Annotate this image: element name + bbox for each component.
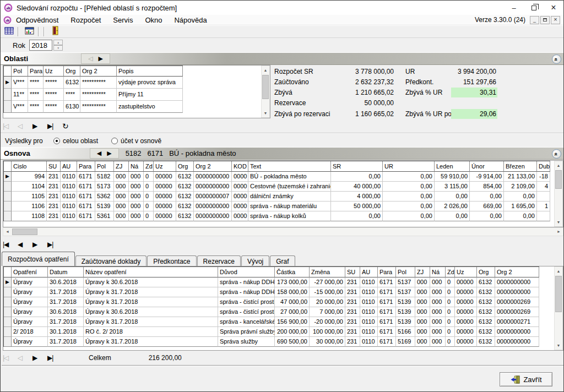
nav-next-button[interactable]: ▶	[32, 241, 47, 248]
cell: 6132	[477, 297, 495, 307]
cell: 2 109,00	[504, 182, 537, 192]
oblasti-table: PolParaUzOrgOrg 2Popis ▶V************613…	[3, 66, 183, 113]
oblasti-prev-button[interactable]: ◁	[88, 54, 93, 63]
menu-napoveda[interactable]: Nápověda	[174, 16, 207, 24]
cell: 200 000,00	[275, 327, 310, 337]
cell: 27 000,00	[275, 307, 310, 317]
scroll-thumb[interactable]	[555, 170, 562, 189]
window-close-button[interactable]: ×	[544, 1, 563, 15]
scroll-left-button[interactable]: ◄	[3, 228, 12, 236]
row-selector: ▶	[4, 172, 12, 182]
table-row[interactable]: ▶Úpravy30.6.2018Úpravy k 30.6.2018správa…	[4, 277, 539, 287]
table-row[interactable]: ▶V************6132**********výdaje provo…	[4, 77, 183, 89]
spinner-up-button[interactable]: ▲	[53, 40, 63, 45]
nav-first-button[interactable]: |◁	[3, 122, 18, 130]
cell: Úpravy k 30.6.2018	[84, 277, 218, 287]
osnova-vscrollbar[interactable]: ▲ ▼	[554, 161, 563, 227]
menu-servis[interactable]: Servis	[113, 16, 133, 24]
scroll-down-button[interactable]: ▼	[262, 109, 269, 117]
cell: 47 000,00	[275, 297, 310, 307]
scroll-down-button[interactable]: ▼	[555, 341, 562, 350]
cell: 5139	[396, 307, 415, 317]
cell: 2/ 2018	[12, 327, 48, 337]
nav-next-button[interactable]: ▶	[32, 122, 47, 130]
nav-first-button[interactable]: |◁	[3, 354, 18, 362]
window-restore-button[interactable]	[524, 1, 544, 15]
radio-option-account[interactable]: účet v osnově	[111, 137, 161, 145]
table-row[interactable]: Úpravy31.7.2018Úpravy k 31.7.2018správa …	[4, 297, 539, 307]
mdi-close-button[interactable]: ×	[551, 16, 560, 24]
nav-prev-button[interactable]: ◁	[18, 122, 32, 130]
cell: 5173	[95, 182, 114, 192]
scroll-thumb[interactable]	[555, 276, 562, 312]
tab-rozpoctova-opatreni[interactable]: Rozpočtová opatření	[2, 252, 75, 266]
close-button[interactable]: Zavřít	[500, 372, 552, 386]
table-row[interactable]: 1108231011061715361000000000000613200000…	[4, 211, 550, 221]
nav-last-button[interactable]: ▶|	[47, 241, 62, 248]
table-row[interactable]: 1105231011061715362000000000000613200000…	[4, 192, 550, 202]
table-row[interactable]: ▶994231011061715182000000000000613200000…	[4, 172, 550, 182]
nav-last-button[interactable]: ▶|	[47, 122, 62, 130]
cell: 000	[415, 297, 430, 307]
toolbar	[1, 25, 563, 38]
cell: 11**	[12, 89, 28, 101]
menu-rozpocet[interactable]: Rozpočet	[70, 16, 101, 24]
oblasti-vscrollbar[interactable]: ▲ ▼	[261, 66, 270, 118]
table-row[interactable]: 1106231011061715139000000000000613200000…	[4, 202, 550, 211]
nav-first-button[interactable]: |◀	[3, 241, 18, 248]
scroll-thumb[interactable]	[12, 228, 37, 235]
summary-value-highlighted: 30,31	[451, 88, 497, 97]
spinner-down-button[interactable]: ▼	[53, 45, 63, 51]
nav-prev-button[interactable]: ◀	[18, 241, 32, 248]
oblasti-next-button[interactable]: ▶	[99, 54, 103, 63]
exit-toolbar-button[interactable]	[48, 26, 62, 37]
menu-okno[interactable]: Okno	[145, 16, 162, 24]
scroll-up-button[interactable]: ▲	[262, 66, 269, 74]
nav-next-button[interactable]: ▶	[32, 354, 47, 362]
menu-odpovednost[interactable]: Odpovědnost	[16, 16, 58, 24]
refresh-button[interactable]: ↻	[62, 122, 77, 130]
year-input[interactable]	[29, 40, 52, 51]
osnova-prev-button[interactable]: ◀	[97, 149, 101, 158]
nav-prev-button[interactable]: ◁	[18, 354, 32, 362]
table-row[interactable]: V************6130**********zastupitelstv…	[4, 101, 183, 113]
row-selector: ▶	[4, 77, 12, 89]
chart-window-toolbar-button[interactable]	[23, 26, 36, 37]
table-row[interactable]: Úpravy31.7.2018Úpravy k 31.7.2018správa …	[4, 317, 539, 327]
column-header: Text	[248, 161, 331, 172]
oblasti-collapse-button[interactable]: «	[552, 55, 561, 64]
scroll-thumb[interactable]	[262, 75, 269, 99]
mdi-minimize-button[interactable]: _	[530, 16, 539, 24]
cell: Správa právní služby	[218, 327, 275, 337]
scroll-right-button[interactable]: ►	[555, 228, 563, 236]
cell: Úpravy	[12, 287, 48, 297]
table-row[interactable]: Úpravy30.6.2018Úpravy k 30.6.2018správa …	[4, 307, 539, 317]
radio-option-whole-area[interactable]: celou oblast	[53, 137, 98, 145]
table-row[interactable]: 11*************************Příjmy 11	[4, 89, 183, 101]
table-row[interactable]: Úpravy31.7.2018Úpravy k 31.7.2018Správa …	[4, 337, 539, 347]
nav-last-button[interactable]: ▶|	[47, 354, 62, 362]
table-row[interactable]: 1104231011061715173000000000000613200000…	[4, 182, 550, 192]
row-selector	[4, 337, 12, 347]
scroll-down-button[interactable]: ▼	[555, 218, 562, 226]
cell: V***	[12, 77, 28, 89]
osnova-navigator: |◀ ◀ ▶ ▶|	[3, 238, 62, 251]
cell	[537, 211, 550, 221]
mdi-restore-button[interactable]	[540, 16, 550, 24]
opatreni-vscrollbar[interactable]: ▲ ▼	[554, 266, 563, 350]
menu-bar: Odpovědnost Rozpočet Servis Okno Nápověd…	[1, 15, 563, 25]
scroll-up-button[interactable]: ▲	[555, 267, 562, 275]
window-minimize-button[interactable]: –	[504, 1, 524, 15]
cell: 0,00	[504, 211, 537, 221]
scroll-up-button[interactable]: ▲	[555, 161, 562, 170]
table-row[interactable]: 2/ 201830.1.2018RO č. 2/ 2018Správa práv…	[4, 327, 539, 337]
osnova-hscrollbar[interactable]: ◄ ►	[3, 227, 563, 236]
table-row[interactable]: Úpravy31.7.2018Úpravy k 31.7.2018správa …	[4, 287, 539, 297]
cell: 0000000000	[194, 172, 232, 182]
table-grid-toolbar-button[interactable]	[2, 26, 15, 37]
cell: 6171	[77, 172, 95, 182]
osnova-next-button[interactable]: ▶	[107, 149, 111, 158]
cell: 40 000,00	[331, 182, 383, 192]
cell: 0	[144, 182, 154, 192]
osnova-collapse-button[interactable]: «	[552, 149, 561, 159]
